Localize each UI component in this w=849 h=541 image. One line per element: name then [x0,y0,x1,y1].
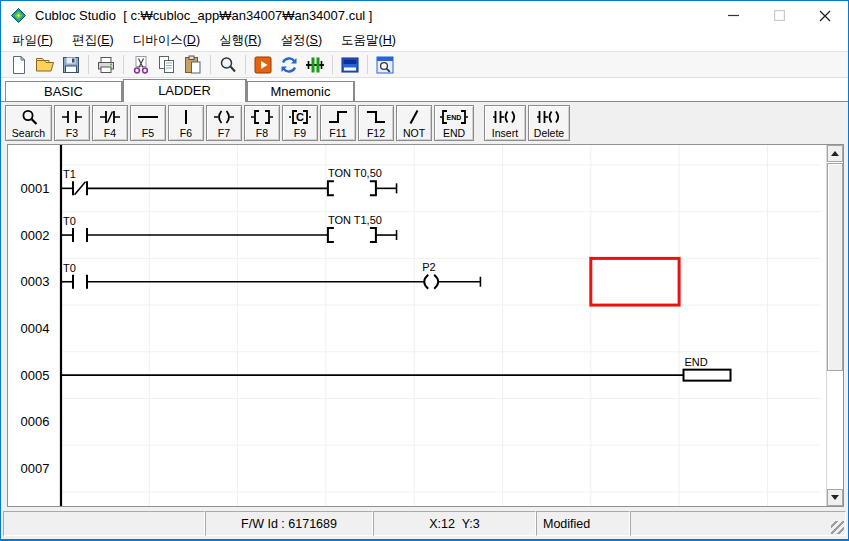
ladder-button-label: F12 [367,128,385,139]
find-icon[interactable] [215,53,241,77]
main-toolbar [1,52,848,78]
cut-icon[interactable] [128,53,154,77]
func-block-icon [250,109,274,125]
ladder-button-f6[interactable]: F6 [168,105,204,141]
ladder-button-label: F6 [180,128,192,139]
menu-item-device[interactable]: 디바이스(D) [126,30,207,51]
scroll-down-button[interactable] [827,489,843,506]
contact-label: T0 [63,215,76,227]
ladder-diagram[interactable]: 0001000200030004000500060007T1TON T0,50T… [8,145,830,506]
app-window: Cubloc Studio [ c:₩cubloc_app₩an34007₩an… [0,0,849,541]
ladder-button-label: Search [12,128,45,139]
coil-paren-right [434,275,438,289]
ladder-button-f8[interactable]: F8 [244,105,280,141]
ladder-button-f7[interactable]: F7 [206,105,242,141]
copy-icon[interactable] [154,53,180,77]
menu-item-edit[interactable]: 편집(E) [65,30,121,51]
coil-label: P2 [422,261,435,273]
download-icon[interactable] [276,53,302,77]
block-bracket-right [370,228,376,242]
tab-ladder[interactable]: LADDER [123,79,247,102]
menu-item-settings[interactable]: 설정(S) [273,30,329,51]
tab-strip: BASICLADDERMnemonic [1,78,848,102]
title-bar: Cubloc Studio [ c:₩cubloc_app₩an34007₩an… [1,1,848,30]
cell-cursor[interactable] [591,258,679,305]
rung-number: 0006 [21,414,50,429]
svg-text:C: C [296,111,304,123]
window-controls [710,1,848,30]
minimize-button[interactable] [710,1,756,30]
io-monitor-icon[interactable] [302,53,328,77]
ladder-button-f5[interactable]: F5 [130,105,166,141]
status-cursor-pos: X:12 Y:3 [373,511,536,536]
menu-item-help[interactable]: 도움말(H) [334,30,403,51]
tab-mnemonic[interactable]: Mnemonic [247,81,355,101]
resize-grip[interactable] [831,521,844,534]
rung-number: 0001 [21,181,50,196]
ladder-editor[interactable]: 0001000200030004000500060007T1TON T0,50T… [7,144,844,507]
status-panel-right [630,511,846,536]
end-block-icon: END [439,109,469,125]
close-button[interactable] [802,1,848,30]
ladder-button-f12[interactable]: F12 [358,105,394,141]
rung-number: 0004 [21,321,50,336]
func-block-c-icon: C [288,109,312,125]
delete-cell-icon [536,109,562,125]
menu-item-file[interactable]: 파일(F) [5,30,60,51]
rung-number: 0003 [21,274,50,289]
ladder-button-end[interactable]: ENDEND [434,105,474,141]
ladder-button-delete[interactable]: Delete [528,105,570,141]
vertical-scrollbar[interactable] [826,145,843,506]
status-fw-id: F/W Id : 6171689 [205,511,373,536]
ladder-button-search[interactable]: Search [5,105,52,141]
scroll-down-arrow-icon [831,495,839,504]
open-folder-icon[interactable] [32,53,58,77]
ladder-button-label: F11 [329,128,346,139]
ladder-button-label: F9 [294,128,306,139]
ladder-button-label: NOT [403,128,425,139]
v-line-icon [174,109,198,125]
menu-bar: 파일(F)편집(E)디바이스(D)실행(R)설정(S)도움말(H) [1,30,848,52]
rung-number: 0002 [21,228,50,243]
window-title: Cubloc Studio [ c:₩cubloc_app₩an34007₩an… [35,8,372,23]
contact-no-icon [60,109,84,125]
ladder-button-insert[interactable]: Insert [484,105,526,141]
tab-basic[interactable]: BASIC [5,81,123,101]
terminal-icon[interactable] [337,53,363,77]
insert-cell-icon [492,109,518,125]
ladder-button-label: F8 [256,128,268,139]
rung-number: 0005 [21,368,50,383]
block-bracket-left [328,181,334,195]
save-icon[interactable] [58,53,84,77]
h-line-icon [136,109,160,125]
end-block [684,370,731,381]
scroll-up-button[interactable] [827,145,843,162]
ladder-button-label: F4 [104,128,116,139]
maximize-button[interactable] [756,1,802,30]
ladder-button-f3[interactable]: F3 [54,105,90,141]
run-icon[interactable] [250,53,276,77]
ladder-button-f9[interactable]: CF9 [282,105,318,141]
contact-label: T0 [63,262,76,274]
ladder-button-f11[interactable]: F11 [320,105,356,141]
scrollbar-thumb[interactable] [827,163,843,371]
app-icon [10,7,27,24]
ladder-button-f4[interactable]: F4 [92,105,128,141]
contact-label: T1 [63,168,76,180]
rising-edge-icon [326,109,350,125]
ladder-button-label: F5 [142,128,154,139]
contact-nc-icon [98,109,122,125]
toolbar-separator [210,55,211,74]
paste-icon[interactable] [180,53,206,77]
toolbar-separator [245,55,246,74]
block-bracket-left [328,228,334,242]
toolbar-separator [367,55,368,74]
new-file-icon[interactable] [6,53,32,77]
block-label: TON T0,50 [328,167,382,179]
contact-nc-slash [75,182,86,195]
print-icon[interactable] [93,53,119,77]
not-slash-icon [402,109,426,125]
debug-window-icon[interactable] [372,53,398,77]
ladder-button-not[interactable]: NOT [396,105,432,141]
menu-item-run[interactable]: 실행(R) [212,30,268,51]
